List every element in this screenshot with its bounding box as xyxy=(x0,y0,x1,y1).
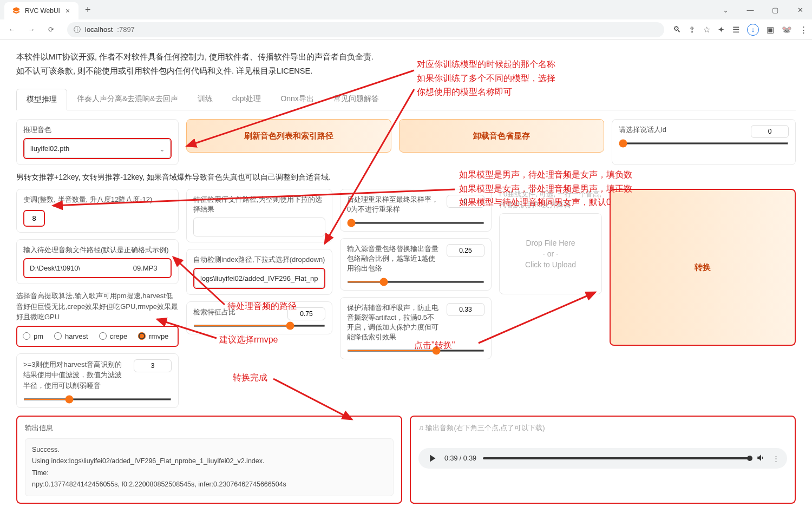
median-slider[interactable] xyxy=(23,398,172,400)
output-info-panel: 输出信息 Success. Using index:logs\liuyifei0… xyxy=(16,416,402,504)
sidepanel-icon[interactable]: ▣ xyxy=(767,25,774,35)
auto-index-label: 自动检测index路径,下拉式选择(dropdown) xyxy=(193,255,325,265)
output-audio-label: ♫ 输出音频(右下角三个点,点了可以下载) xyxy=(418,423,787,433)
tab-dropdown-icon[interactable]: ⌄ xyxy=(713,1,737,18)
new-tab-button[interactable]: + xyxy=(78,4,97,16)
index-search-label: 特征检索库文件路径,为空则使用下拉的选择结果 xyxy=(193,195,325,214)
audio-path-label: 输入待处理音频文件路径(默认是正确格式示例) xyxy=(23,245,172,255)
audio-time: 0:39 / 0:39 xyxy=(444,455,476,462)
protect-label: 保护清辅音和呼吸声，防止电音撕裂等artifact，拉满0.5不开启，调低加大保… xyxy=(347,303,441,342)
disclaimer: 本软件以MIT协议开源, 作者不对软件具备任何控制力, 使用软件者、传播软件导出… xyxy=(16,50,796,78)
algo-harvest[interactable]: harvest xyxy=(54,332,88,340)
close-window-button[interactable]: ✕ xyxy=(788,1,812,18)
site-info-icon[interactable]: ⓘ xyxy=(74,25,81,35)
tab-strip: RVC WebUI × + ⌄ — ▢ ✕ xyxy=(0,0,812,19)
volume-env-value[interactable] xyxy=(447,244,484,257)
minimize-button[interactable]: — xyxy=(738,1,762,18)
speaker-id-value[interactable] xyxy=(751,125,789,138)
favicon-icon xyxy=(12,6,21,15)
speaker-id-label: 请选择说话人id xyxy=(619,125,745,135)
tab-train[interactable]: 训练 xyxy=(188,89,222,110)
output-info-label: 输出信息 xyxy=(25,423,394,433)
play-icon[interactable] xyxy=(426,452,438,464)
speaker-id-slider[interactable] xyxy=(619,142,789,144)
disclaimer-line1: 本软件以MIT协议开源, 作者不对软件具备任何控制力, 使用软件者、传播软件导出… xyxy=(16,50,796,64)
audio-menu-icon[interactable]: ⋮ xyxy=(772,455,780,463)
infer-voice-select[interactable] xyxy=(24,139,171,158)
url-host: localhost xyxy=(85,25,113,34)
close-tab-icon[interactable]: × xyxy=(64,6,71,15)
protect-slider[interactable] xyxy=(347,350,484,352)
index-ratio-value[interactable] xyxy=(287,307,325,320)
browser-tab[interactable]: RVC WebUI × xyxy=(4,2,78,19)
volume-icon[interactable] xyxy=(756,453,766,464)
tab-ckpt[interactable]: ckpt处理 xyxy=(222,89,271,110)
auto-index-select[interactable] xyxy=(194,269,324,288)
algo-rmvpe[interactable]: rmvpe xyxy=(138,332,168,340)
reload-button[interactable]: ⟳ xyxy=(43,22,58,37)
refresh-voices-button[interactable]: 刷新音色列表和索引路径 xyxy=(186,119,391,153)
volume-env-slider[interactable] xyxy=(347,281,484,283)
tab-vocal-separation[interactable]: 伴奏人声分离&去混响&去回声 xyxy=(67,89,188,110)
resample-slider[interactable] xyxy=(347,222,484,224)
window-controls: ⌄ — ▢ ✕ xyxy=(713,1,812,18)
drop-or-text: - or - xyxy=(542,249,559,258)
forward-button[interactable]: → xyxy=(24,22,39,37)
bookmark-icon[interactable]: ☆ xyxy=(703,25,710,35)
tab-inference[interactable]: 模型推理 xyxy=(16,89,67,110)
pitch-label: 变调(整数, 半音数量, 升八度12降八度-12) xyxy=(23,195,172,205)
resample-label: 后处理重采样至最终采样率，0为不进行重采样 xyxy=(347,195,441,214)
tab-faq[interactable]: 常见问题解答 xyxy=(324,89,389,110)
volume-env-label: 输入源音量包络替换输出音量包络融合比例，越靠近1越使用输出包络 xyxy=(347,244,441,273)
key-hint: 男转女推荐+12key, 女转男推荐-12key, 如果音域爆炸导致音色失真也可… xyxy=(16,173,796,182)
share-icon[interactable]: ⇪ xyxy=(689,25,696,35)
pitch-input[interactable] xyxy=(23,210,45,227)
drop-click-text: Click to Upload xyxy=(525,260,576,269)
search-icon[interactable]: 🔍︎ xyxy=(673,25,681,34)
unload-voice-button[interactable]: 卸载音色省显存 xyxy=(399,119,604,153)
output-info-text: Success. Using index:logs\liuyifei02/add… xyxy=(25,438,394,496)
address-bar: ← → ⟳ ⓘ localhost:7897 🔍︎ ⇪ ☆ ✦ ☰ ↓ ▣ 🐭 … xyxy=(0,19,812,40)
url-port: :7897 xyxy=(117,25,135,34)
profile-icon[interactable]: 🐭 xyxy=(782,25,792,35)
f0-file-label: F0曲线文件, 可选, 一行一个音高, 代替默认的F0及升降调 xyxy=(499,189,602,210)
extensions-icon[interactable]: ✦ xyxy=(718,25,725,35)
maximize-button[interactable]: ▢ xyxy=(763,1,787,18)
median-value[interactable] xyxy=(134,359,172,372)
audio-player[interactable]: 0:39 / 0:39 ⋮ xyxy=(418,448,787,469)
tab-onnx[interactable]: Onnx导出 xyxy=(271,89,323,110)
menu-icon[interactable]: ⋮ xyxy=(800,25,808,35)
f0-file-dropzone[interactable]: Drop File Here - or - Click to Upload xyxy=(499,213,602,294)
downloads-icon[interactable]: ↓ xyxy=(747,24,759,36)
index-search-input[interactable] xyxy=(193,218,325,236)
reading-list-icon[interactable]: ☰ xyxy=(732,25,739,35)
toolbar-icons: 🔍︎ ⇪ ☆ ✦ ☰ ↓ ▣ 🐭 ⋮ xyxy=(673,24,808,36)
output-audio-panel: ♫ 输出音频(右下角三个点,点了可以下载) 0:39 / 0:39 ⋮ xyxy=(410,416,796,504)
protect-value[interactable] xyxy=(447,303,484,316)
drop-here-text: Drop File Here xyxy=(526,239,575,247)
algo-crepe[interactable]: crepe xyxy=(99,332,128,340)
convert-button[interactable]: 转换 xyxy=(610,189,796,346)
algo-label: 选择音高提取算法,输入歌声可用pm提速,harvest低音好但巨慢无比,crep… xyxy=(16,291,179,322)
resample-value[interactable] xyxy=(447,195,484,208)
disclaimer-line2: 如不认可该条款, 则不能使用或引用软件包内任何代码和文件. 详见根目录LICEN… xyxy=(16,64,796,78)
median-label: >=3则使用对harvest音高识别的结果使用中值滤波，数值为滤波半径，使用可以… xyxy=(23,359,128,391)
url-input[interactable]: ⓘ localhost:7897 xyxy=(67,22,664,37)
index-ratio-label: 检索特征占比 xyxy=(193,307,282,317)
back-button[interactable]: ← xyxy=(4,22,19,37)
algo-pm[interactable]: pm xyxy=(23,332,43,340)
infer-voice-label: 推理音色 xyxy=(23,125,172,135)
audio-path-input[interactable] xyxy=(23,258,172,278)
app-tabs: 模型推理 伴奏人声分离&去混响&去回声 训练 ckpt处理 Onnx导出 常见问… xyxy=(16,89,796,110)
tab-title: RVC WebUI xyxy=(25,7,60,15)
browser-chrome: RVC WebUI × + ⌄ — ▢ ✕ ← → ⟳ ⓘ localhost:… xyxy=(0,0,812,40)
index-ratio-slider[interactable] xyxy=(193,325,325,327)
page-content: 本软件以MIT协议开源, 作者不对软件具备任何控制力, 使用软件者、传播软件导出… xyxy=(0,40,812,509)
audio-progress[interactable] xyxy=(483,457,750,459)
